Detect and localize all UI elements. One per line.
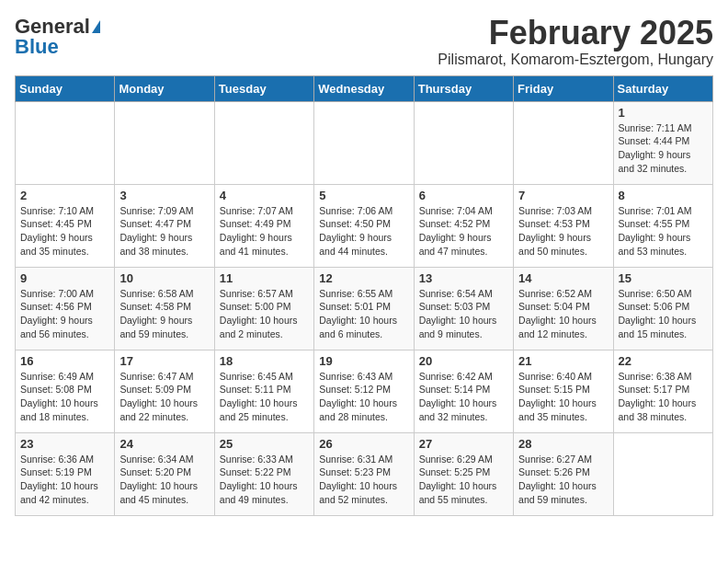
calendar-cell: 4Sunrise: 7:07 AM Sunset: 4:49 PM Daylig… — [214, 184, 313, 267]
calendar-cell: 16Sunrise: 6:49 AM Sunset: 5:08 PM Dayli… — [16, 350, 115, 432]
calendar-table: SundayMondayTuesdayWednesdayThursdayFrid… — [15, 75, 713, 516]
calendar-title: February 2025 — [438, 15, 713, 52]
calendar-cell: 28Sunrise: 6:27 AM Sunset: 5:26 PM Dayli… — [514, 432, 613, 515]
day-number: 6 — [419, 189, 508, 202]
calendar-cell — [414, 101, 513, 184]
calendar-cell — [514, 101, 613, 184]
day-info: Sunrise: 6:27 AM Sunset: 5:26 PM Dayligh… — [518, 453, 608, 507]
calendar-cell: 26Sunrise: 6:31 AM Sunset: 5:23 PM Dayli… — [314, 432, 414, 515]
day-info: Sunrise: 6:52 AM Sunset: 5:04 PM Dayligh… — [518, 287, 608, 341]
day-info: Sunrise: 6:42 AM Sunset: 5:14 PM Dayligh… — [419, 370, 508, 424]
day-number: 15 — [619, 271, 708, 285]
week-row-5: 23Sunrise: 6:36 AM Sunset: 5:19 PM Dayli… — [16, 432, 713, 515]
day-number: 22 — [619, 354, 708, 368]
day-info: Sunrise: 6:45 AM Sunset: 5:11 PM Dayligh… — [220, 370, 309, 424]
weekday-header-sunday: Sunday — [16, 75, 115, 101]
calendar-cell: 3Sunrise: 7:09 AM Sunset: 4:47 PM Daylig… — [115, 184, 214, 267]
day-number: 23 — [20, 437, 109, 451]
day-number: 21 — [518, 354, 608, 368]
day-info: Sunrise: 6:58 AM Sunset: 4:58 PM Dayligh… — [119, 287, 209, 341]
day-info: Sunrise: 7:11 AM Sunset: 4:44 PM Dayligh… — [619, 121, 708, 176]
day-number: 25 — [220, 437, 309, 451]
day-info: Sunrise: 7:01 AM Sunset: 4:55 PM Dayligh… — [619, 204, 708, 259]
calendar-cell: 6Sunrise: 7:04 AM Sunset: 4:52 PM Daylig… — [414, 184, 513, 267]
calendar-cell: 9Sunrise: 7:00 AM Sunset: 4:56 PM Daylig… — [16, 267, 115, 350]
weekday-header-tuesday: Tuesday — [214, 75, 313, 101]
logo: General Blue — [15, 15, 100, 59]
day-info: Sunrise: 6:29 AM Sunset: 5:25 PM Dayligh… — [419, 453, 508, 507]
day-number: 13 — [419, 271, 508, 285]
calendar-cell: 8Sunrise: 7:01 AM Sunset: 4:55 PM Daylig… — [613, 184, 712, 267]
day-number: 27 — [419, 437, 508, 451]
day-number: 1 — [619, 106, 708, 120]
day-info: Sunrise: 6:50 AM Sunset: 5:06 PM Dayligh… — [619, 287, 708, 341]
calendar-subtitle: Pilismarot, Komarom-Esztergom, Hungary — [438, 52, 713, 68]
logo-blue: Blue — [15, 35, 59, 59]
weekday-header-saturday: Saturday — [613, 75, 712, 101]
day-info: Sunrise: 7:00 AM Sunset: 4:56 PM Dayligh… — [20, 287, 109, 341]
day-info: Sunrise: 7:07 AM Sunset: 4:49 PM Dayligh… — [220, 204, 309, 259]
weekday-header-thursday: Thursday — [414, 75, 513, 101]
day-number: 17 — [119, 354, 209, 368]
day-info: Sunrise: 6:54 AM Sunset: 5:03 PM Dayligh… — [419, 287, 508, 341]
day-info: Sunrise: 6:33 AM Sunset: 5:22 PM Dayligh… — [220, 453, 309, 507]
calendar-cell: 23Sunrise: 6:36 AM Sunset: 5:19 PM Dayli… — [16, 432, 115, 515]
day-info: Sunrise: 7:09 AM Sunset: 4:47 PM Dayligh… — [119, 204, 209, 259]
calendar-cell: 17Sunrise: 6:47 AM Sunset: 5:09 PM Dayli… — [115, 350, 214, 432]
day-number: 5 — [319, 189, 408, 202]
day-number: 11 — [220, 271, 309, 285]
day-number: 24 — [119, 437, 209, 451]
day-info: Sunrise: 7:04 AM Sunset: 4:52 PM Dayligh… — [419, 204, 508, 259]
day-number: 2 — [20, 189, 109, 202]
calendar-cell: 11Sunrise: 6:57 AM Sunset: 5:00 PM Dayli… — [214, 267, 313, 350]
week-row-2: 2Sunrise: 7:10 AM Sunset: 4:45 PM Daylig… — [16, 184, 713, 267]
day-info: Sunrise: 6:36 AM Sunset: 5:19 PM Dayligh… — [20, 453, 109, 507]
calendar-cell: 21Sunrise: 6:40 AM Sunset: 5:15 PM Dayli… — [514, 350, 613, 432]
day-number: 4 — [220, 189, 309, 202]
calendar-body: 1Sunrise: 7:11 AM Sunset: 4:44 PM Daylig… — [16, 101, 713, 515]
day-info: Sunrise: 7:10 AM Sunset: 4:45 PM Dayligh… — [20, 204, 109, 259]
weekday-header-wednesday: Wednesday — [314, 75, 414, 101]
day-number: 18 — [220, 354, 309, 368]
calendar-cell — [214, 101, 313, 184]
day-info: Sunrise: 6:38 AM Sunset: 5:17 PM Dayligh… — [619, 370, 708, 424]
calendar-cell: 14Sunrise: 6:52 AM Sunset: 5:04 PM Dayli… — [514, 267, 613, 350]
day-number: 8 — [619, 189, 708, 202]
calendar-cell: 7Sunrise: 7:03 AM Sunset: 4:53 PM Daylig… — [514, 184, 613, 267]
day-info: Sunrise: 6:43 AM Sunset: 5:12 PM Dayligh… — [319, 370, 408, 424]
day-number: 14 — [518, 271, 608, 285]
weekday-header-monday: Monday — [115, 75, 214, 101]
page-header: General Blue February 2025 Pilismarot, K… — [15, 15, 713, 68]
day-info: Sunrise: 7:06 AM Sunset: 4:50 PM Dayligh… — [319, 204, 408, 259]
weekday-header-friday: Friday — [514, 75, 613, 101]
logo-triangle-icon — [92, 20, 100, 33]
day-info: Sunrise: 6:49 AM Sunset: 5:08 PM Dayligh… — [20, 370, 109, 424]
calendar-cell: 18Sunrise: 6:45 AM Sunset: 5:11 PM Dayli… — [214, 350, 313, 432]
day-info: Sunrise: 6:31 AM Sunset: 5:23 PM Dayligh… — [319, 453, 408, 507]
calendar-cell: 10Sunrise: 6:58 AM Sunset: 4:58 PM Dayli… — [115, 267, 214, 350]
calendar-cell: 15Sunrise: 6:50 AM Sunset: 5:06 PM Dayli… — [613, 267, 712, 350]
day-number: 20 — [419, 354, 508, 368]
calendar-header: SundayMondayTuesdayWednesdayThursdayFrid… — [16, 75, 713, 101]
weekday-row: SundayMondayTuesdayWednesdayThursdayFrid… — [16, 75, 713, 101]
day-info: Sunrise: 6:55 AM Sunset: 5:01 PM Dayligh… — [319, 287, 408, 341]
day-info: Sunrise: 6:47 AM Sunset: 5:09 PM Dayligh… — [119, 370, 209, 424]
week-row-1: 1Sunrise: 7:11 AM Sunset: 4:44 PM Daylig… — [16, 101, 713, 184]
calendar-cell: 27Sunrise: 6:29 AM Sunset: 5:25 PM Dayli… — [414, 432, 513, 515]
calendar-cell — [314, 101, 414, 184]
calendar-cell: 19Sunrise: 6:43 AM Sunset: 5:12 PM Dayli… — [314, 350, 414, 432]
week-row-3: 9Sunrise: 7:00 AM Sunset: 4:56 PM Daylig… — [16, 267, 713, 350]
day-number: 28 — [518, 437, 608, 451]
day-number: 16 — [20, 354, 109, 368]
calendar-cell: 2Sunrise: 7:10 AM Sunset: 4:45 PM Daylig… — [16, 184, 115, 267]
day-info: Sunrise: 6:34 AM Sunset: 5:20 PM Dayligh… — [119, 453, 209, 507]
calendar-cell: 20Sunrise: 6:42 AM Sunset: 5:14 PM Dayli… — [414, 350, 513, 432]
title-block: February 2025 Pilismarot, Komarom-Eszter… — [438, 15, 713, 68]
day-number: 26 — [319, 437, 408, 451]
calendar-cell: 25Sunrise: 6:33 AM Sunset: 5:22 PM Dayli… — [214, 432, 313, 515]
day-number: 19 — [319, 354, 408, 368]
week-row-4: 16Sunrise: 6:49 AM Sunset: 5:08 PM Dayli… — [16, 350, 713, 432]
day-number: 10 — [119, 271, 209, 285]
calendar-cell: 1Sunrise: 7:11 AM Sunset: 4:44 PM Daylig… — [613, 101, 712, 184]
calendar-cell: 12Sunrise: 6:55 AM Sunset: 5:01 PM Dayli… — [314, 267, 414, 350]
